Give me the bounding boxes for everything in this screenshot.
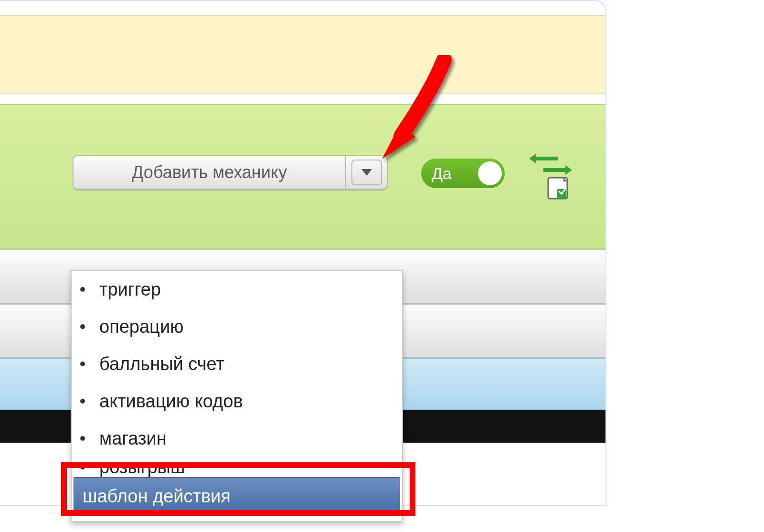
bullet-icon <box>80 436 85 441</box>
toggle-knob <box>478 161 502 185</box>
active-section-green: Добавить механику Да <box>0 104 605 249</box>
menu-item-label: шаблон действия <box>83 486 231 507</box>
menu-item-store[interactable]: магазин <box>72 420 402 457</box>
toggle-label: Да <box>432 164 452 183</box>
menu-item-action-template[interactable]: шаблон действия <box>74 477 400 515</box>
bullet-icon <box>80 324 85 329</box>
chevron-down-icon <box>361 169 372 176</box>
menu-item-raffle[interactable]: розыгрыш <box>72 457 402 477</box>
menu-item-label: магазин <box>99 428 167 449</box>
gap <box>0 94 605 104</box>
export-icon[interactable] <box>529 148 572 201</box>
bullet-icon <box>80 399 85 404</box>
svg-marker-2 <box>543 165 572 175</box>
collapsed-section-yellow[interactable] <box>0 15 605 94</box>
active-toggle[interactable]: Да <box>421 159 505 188</box>
menu-item-label: активацию кодов <box>99 391 243 412</box>
menu-item-points-account[interactable]: балльный счет <box>72 345 402 383</box>
menu-item-label: балльный счет <box>99 354 224 374</box>
add-mechanic-menu: триггер операцию балльный счет активацию… <box>71 270 403 522</box>
menu-item-label: розыгрыш <box>99 457 185 477</box>
svg-marker-1 <box>529 154 558 163</box>
menu-item-trigger[interactable]: триггер <box>72 271 402 308</box>
add-mechanic-label: Добавить механику <box>132 162 287 182</box>
bullet-icon <box>80 287 85 292</box>
menu-item-operation[interactable]: операцию <box>72 308 402 345</box>
svg-marker-0 <box>361 169 372 176</box>
add-mechanic-dropdown-toggle[interactable] <box>345 155 388 190</box>
bullet-icon <box>80 465 85 469</box>
menu-item-label: операцию <box>99 317 184 337</box>
viewport: Добавить механику Да <box>0 0 764 532</box>
add-mechanic-button[interactable]: Добавить механику <box>73 155 345 190</box>
menu-item-code-activation[interactable]: активацию кодов <box>72 383 402 420</box>
add-mechanic-splitbutton[interactable]: Добавить механику <box>73 155 388 190</box>
bullet-icon <box>80 362 85 366</box>
menu-item-label: триггер <box>99 279 161 300</box>
caret-inner <box>351 160 382 185</box>
